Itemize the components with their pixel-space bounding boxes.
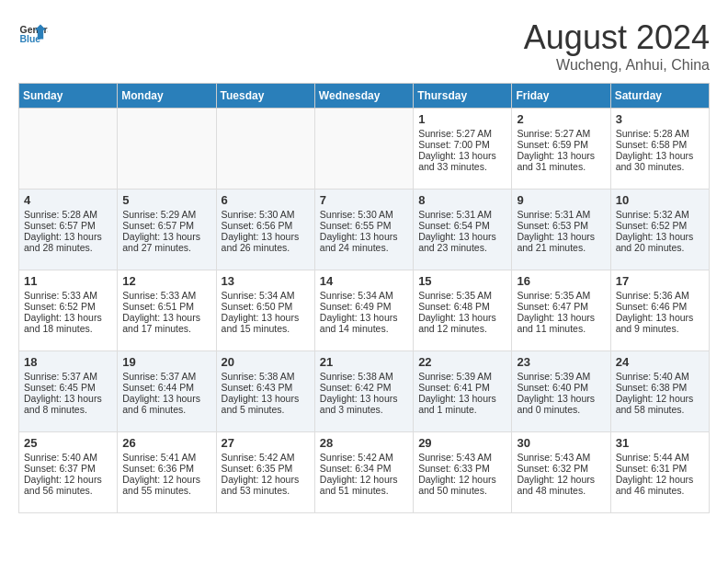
header-cell-saturday: Saturday	[610, 84, 709, 109]
day-number: 4	[24, 193, 112, 207]
cell-text-line: Sunset: 6:44 PM	[122, 382, 194, 393]
cell-text-line: Daylight: 13 hours	[320, 231, 398, 242]
calendar-cell: 5Sunrise: 5:29 AMSunset: 6:57 PMDaylight…	[118, 190, 216, 270]
cell-text-line: Sunset: 6:31 PM	[616, 463, 688, 474]
cell-text-line: and 51 minutes.	[320, 485, 389, 496]
cell-text-line: Sunrise: 5:28 AM	[616, 128, 689, 139]
cell-text-line: Sunset: 6:48 PM	[418, 301, 490, 312]
cell-text-line: Sunrise: 5:33 AM	[24, 290, 97, 301]
day-number: 18	[24, 355, 112, 369]
cell-text-line: and 20 minutes.	[616, 242, 685, 253]
calendar-cell: 8Sunrise: 5:31 AMSunset: 6:54 PMDaylight…	[414, 190, 512, 270]
cell-text-line: and 50 minutes.	[418, 485, 487, 496]
cell-text-line: Sunrise: 5:29 AM	[122, 209, 196, 220]
cell-text-line: Sunset: 6:57 PM	[122, 220, 194, 231]
cell-text-line: Daylight: 12 hours	[616, 393, 694, 404]
calendar-week-row: 4Sunrise: 5:28 AMSunset: 6:57 PMDaylight…	[19, 190, 710, 270]
cell-text-line: Daylight: 13 hours	[222, 312, 300, 323]
calendar-cell: 3Sunrise: 5:28 AMSunset: 6:58 PMDaylight…	[610, 109, 709, 190]
cell-text-line: Sunset: 6:57 PM	[24, 220, 96, 231]
cell-text-line: Sunset: 6:36 PM	[122, 463, 194, 474]
cell-text-line: Sunrise: 5:35 AM	[517, 290, 590, 301]
calendar-week-row: 1Sunrise: 5:27 AMSunset: 7:00 PMDaylight…	[19, 109, 710, 190]
day-number: 13	[222, 274, 310, 288]
cell-text-line: Daylight: 13 hours	[24, 393, 102, 404]
cell-text-line: and 18 minutes.	[24, 323, 93, 334]
cell-text-line: Sunrise: 5:37 AM	[122, 371, 196, 382]
cell-text-line: Sunset: 6:53 PM	[517, 220, 588, 231]
cell-text-line: and 11 minutes.	[517, 323, 586, 334]
cell-text-line: Sunrise: 5:31 AM	[418, 209, 492, 220]
cell-text-line: Daylight: 13 hours	[517, 312, 595, 323]
header-cell-tuesday: Tuesday	[216, 84, 314, 109]
cell-text-line: Daylight: 13 hours	[418, 150, 496, 161]
header-cell-sunday: Sunday	[19, 84, 118, 109]
cell-text-line: Sunrise: 5:38 AM	[222, 371, 295, 382]
calendar-cell: 18Sunrise: 5:37 AMSunset: 6:45 PMDayligh…	[19, 351, 118, 432]
day-number: 25	[24, 436, 112, 450]
day-number: 12	[122, 274, 210, 288]
cell-text-line: and 33 minutes.	[418, 161, 487, 172]
cell-text-line: and 48 minutes.	[517, 485, 586, 496]
calendar-cell: 21Sunrise: 5:38 AMSunset: 6:42 PMDayligh…	[314, 351, 413, 432]
calendar-cell: 12Sunrise: 5:33 AMSunset: 6:51 PMDayligh…	[118, 270, 216, 351]
day-number: 11	[24, 274, 112, 288]
day-number: 6	[222, 193, 310, 207]
day-number: 14	[320, 274, 408, 288]
day-number: 9	[517, 193, 605, 207]
cell-text-line: Daylight: 13 hours	[320, 312, 398, 323]
cell-text-line: Sunset: 7:00 PM	[418, 139, 490, 150]
calendar-cell: 9Sunrise: 5:31 AMSunset: 6:53 PMDaylight…	[512, 190, 610, 270]
cell-text-line: Sunrise: 5:43 AM	[418, 452, 492, 463]
header-cell-monday: Monday	[118, 84, 216, 109]
cell-text-line: Sunrise: 5:36 AM	[616, 290, 689, 301]
cell-text-line: and 27 minutes.	[122, 242, 191, 253]
day-number: 21	[320, 355, 408, 369]
logo: General Blue	[18, 18, 48, 48]
cell-text-line: and 26 minutes.	[222, 242, 290, 253]
cell-text-line: and 9 minutes.	[616, 323, 679, 334]
day-number: 7	[320, 193, 408, 207]
cell-text-line: Sunrise: 5:37 AM	[24, 371, 97, 382]
cell-text-line: Daylight: 13 hours	[24, 231, 102, 242]
cell-text-line: Sunset: 6:52 PM	[24, 301, 96, 312]
cell-text-line: Sunset: 6:54 PM	[418, 220, 490, 231]
day-number: 31	[616, 436, 704, 450]
day-number: 22	[418, 355, 506, 369]
cell-text-line: Daylight: 13 hours	[616, 150, 694, 161]
cell-text-line: Sunset: 6:32 PM	[517, 463, 588, 474]
cell-text-line: Daylight: 13 hours	[517, 393, 595, 404]
cell-text-line: Sunset: 6:50 PM	[222, 301, 293, 312]
calendar-cell: 27Sunrise: 5:42 AMSunset: 6:35 PMDayligh…	[216, 432, 314, 513]
cell-text-line: Sunrise: 5:32 AM	[616, 209, 689, 220]
calendar-subtitle: Wucheng, Anhui, China	[524, 57, 710, 74]
cell-text-line: and 23 minutes.	[418, 242, 487, 253]
calendar-table: SundayMondayTuesdayWednesdayThursdayFrid…	[18, 83, 710, 513]
cell-text-line: Daylight: 13 hours	[418, 312, 496, 323]
cell-text-line: Sunrise: 5:39 AM	[418, 371, 492, 382]
cell-text-line: Sunset: 6:47 PM	[517, 301, 588, 312]
day-number: 8	[418, 193, 506, 207]
day-number: 28	[320, 436, 408, 450]
cell-text-line: Sunset: 6:35 PM	[222, 463, 293, 474]
calendar-cell	[216, 109, 314, 190]
cell-text-line: Sunset: 6:58 PM	[616, 139, 688, 150]
cell-text-line: and 53 minutes.	[222, 485, 290, 496]
calendar-cell: 13Sunrise: 5:34 AMSunset: 6:50 PMDayligh…	[216, 270, 314, 351]
cell-text-line: Sunrise: 5:31 AM	[517, 209, 590, 220]
day-number: 10	[616, 193, 704, 207]
cell-text-line: Sunset: 6:37 PM	[24, 463, 96, 474]
cell-text-line: and 46 minutes.	[616, 485, 685, 496]
cell-text-line: Daylight: 12 hours	[122, 474, 200, 485]
cell-text-line: Daylight: 13 hours	[418, 231, 496, 242]
cell-text-line: Sunrise: 5:38 AM	[320, 371, 393, 382]
cell-text-line: Daylight: 13 hours	[616, 231, 694, 242]
cell-text-line: and 21 minutes.	[517, 242, 586, 253]
cell-text-line: Sunrise: 5:42 AM	[320, 452, 393, 463]
cell-text-line: Daylight: 13 hours	[517, 150, 595, 161]
calendar-cell: 29Sunrise: 5:43 AMSunset: 6:33 PMDayligh…	[414, 432, 512, 513]
cell-text-line: and 31 minutes.	[517, 161, 586, 172]
cell-text-line: Sunrise: 5:34 AM	[320, 290, 393, 301]
calendar-week-row: 11Sunrise: 5:33 AMSunset: 6:52 PMDayligh…	[19, 270, 710, 351]
cell-text-line: Sunrise: 5:28 AM	[24, 209, 97, 220]
